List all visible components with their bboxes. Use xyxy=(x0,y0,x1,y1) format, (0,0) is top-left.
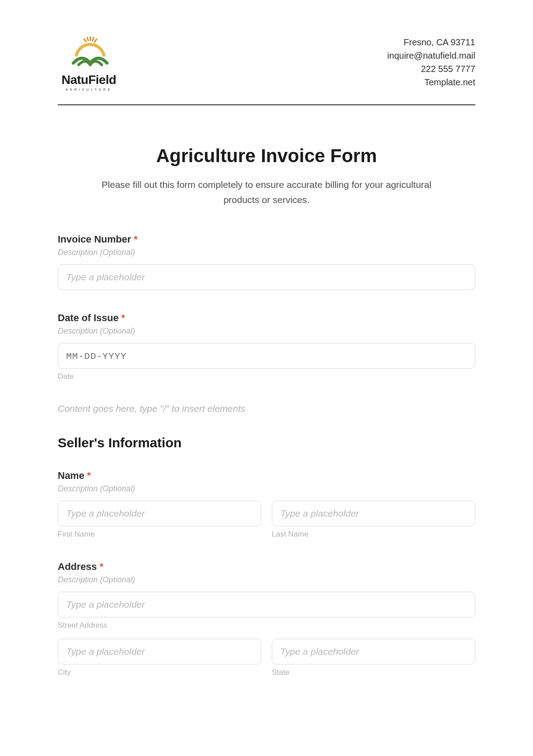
invoice-number-input[interactable] xyxy=(58,264,475,290)
invoice-number-desc: Description (Optional) xyxy=(58,248,475,257)
field-invoice-number: Invoice Number * Description (Optional) xyxy=(58,234,475,290)
address-label: Address * xyxy=(58,561,475,573)
required-mark: * xyxy=(87,470,91,481)
last-name-sublabel: Last Name xyxy=(272,530,475,539)
name-desc: Description (Optional) xyxy=(58,484,475,493)
first-name-sublabel: First Name xyxy=(58,530,261,539)
svg-rect-4 xyxy=(94,38,97,43)
logo-block: NatuField AGRICULTURE xyxy=(58,36,120,91)
content-insert-hint[interactable]: Content goes here, type "/" to insert el… xyxy=(58,403,475,414)
name-label: Name * xyxy=(58,470,475,481)
first-name-input[interactable] xyxy=(58,501,261,526)
date-input[interactable] xyxy=(58,343,475,369)
contact-city: Fresno, CA 93711 xyxy=(387,36,475,49)
page-subtitle: Please fill out this form completely to … xyxy=(84,177,449,207)
logo-icon xyxy=(58,36,120,71)
seller-section-heading: Seller's Information xyxy=(58,435,475,450)
date-desc: Description (Optional) xyxy=(58,326,475,336)
street-sublabel: Street Address xyxy=(58,621,475,630)
contact-site: Template.net xyxy=(387,76,475,89)
svg-rect-2 xyxy=(90,36,91,41)
required-mark: * xyxy=(121,312,125,323)
page-title: Agriculture Invoice Form xyxy=(58,145,475,167)
required-mark: * xyxy=(99,561,103,572)
svg-rect-1 xyxy=(87,37,89,41)
city-input[interactable] xyxy=(58,639,261,664)
city-sublabel: City xyxy=(58,668,261,677)
contact-info: Fresno, CA 93711 inquire@natufield.mail … xyxy=(387,36,475,89)
contact-phone: 222 555 7777 xyxy=(387,62,475,76)
invoice-number-label: Invoice Number * xyxy=(58,234,475,245)
svg-rect-3 xyxy=(92,37,95,41)
state-sublabel: State xyxy=(272,668,475,677)
last-name-input[interactable] xyxy=(272,501,475,526)
date-sublabel: Date xyxy=(58,372,475,381)
page-header: NatuField AGRICULTURE Fresno, CA 93711 i… xyxy=(58,36,475,105)
field-date-of-issue: Date of Issue * Description (Optional) D… xyxy=(58,312,475,381)
brand-name: NatuField xyxy=(61,73,116,87)
field-address: Address * Description (Optional) Street … xyxy=(58,561,475,677)
svg-rect-0 xyxy=(83,38,87,43)
date-label: Date of Issue * xyxy=(58,312,475,324)
street-address-input[interactable] xyxy=(58,592,475,617)
brand-subtitle: AGRICULTURE xyxy=(66,88,112,91)
state-input[interactable] xyxy=(272,639,475,664)
required-mark: * xyxy=(134,234,138,245)
field-name: Name * Description (Optional) First Name… xyxy=(58,470,475,539)
address-desc: Description (Optional) xyxy=(58,575,475,585)
contact-email: inquire@natufield.mail xyxy=(387,49,475,62)
